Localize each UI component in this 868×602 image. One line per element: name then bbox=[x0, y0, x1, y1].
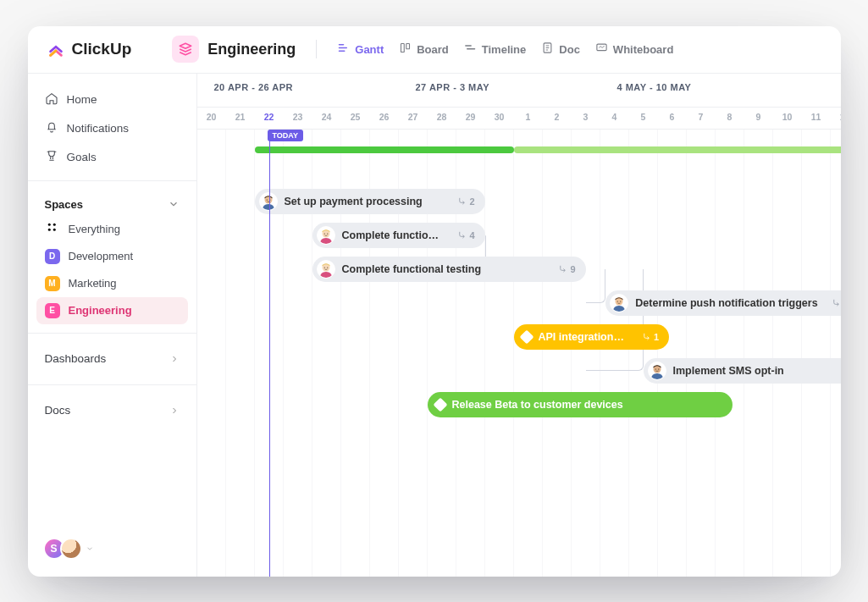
week-label: 20 APR - 26 APR bbox=[214, 82, 294, 92]
day-label: 24 bbox=[312, 112, 341, 122]
gantt-icon bbox=[337, 41, 350, 57]
space-marketing[interactable]: MMarketing bbox=[36, 270, 188, 297]
chevron-down-icon bbox=[168, 198, 180, 210]
day-label: 6 bbox=[658, 112, 687, 122]
nav-notifications[interactable]: Notifications bbox=[36, 114, 188, 143]
svg-point-27 bbox=[658, 368, 659, 369]
space-letter-icon: D bbox=[45, 249, 60, 264]
task-label: Complete functional testing bbox=[342, 263, 482, 275]
day-label: 12 bbox=[831, 112, 841, 122]
task-label: Determine push notification triggers bbox=[635, 297, 817, 309]
sidebar-docs[interactable]: Docs bbox=[36, 394, 188, 428]
brand-name: ClickUp bbox=[72, 40, 132, 58]
gantt-task[interactable]: Implement SMS opt-in bbox=[644, 358, 841, 384]
bell-icon bbox=[45, 120, 58, 136]
doc-icon bbox=[541, 41, 554, 57]
whiteboard-icon bbox=[595, 41, 608, 57]
today-flag: TODAY bbox=[268, 130, 304, 141]
day-label: 11 bbox=[802, 112, 831, 122]
day-label: 5 bbox=[629, 112, 658, 122]
day-label: 27 bbox=[399, 112, 428, 122]
workspace-icon bbox=[172, 36, 199, 63]
day-label: 9 bbox=[744, 112, 773, 122]
gantt-task[interactable]: Release Beta to customer devices bbox=[428, 392, 733, 417]
timeline-icon bbox=[464, 41, 477, 57]
subtask-count: 2 bbox=[457, 196, 474, 207]
task-label: Implement SMS opt-in bbox=[673, 365, 784, 377]
svg-point-7 bbox=[53, 229, 55, 231]
view-tab-whiteboard[interactable]: Whiteboard bbox=[595, 41, 674, 57]
day-label: 10 bbox=[773, 112, 802, 122]
task-label: API integration… bbox=[539, 331, 624, 343]
day-label: 25 bbox=[341, 112, 370, 122]
subtask-count: 9 bbox=[558, 264, 575, 274]
task-label: Complete functio… bbox=[342, 229, 440, 241]
subtask-count: 1 bbox=[642, 332, 659, 342]
task-label: Set up payment processing bbox=[285, 196, 423, 207]
svg-point-4 bbox=[47, 224, 50, 226]
subtask-count: 1 bbox=[832, 298, 840, 308]
space-everything[interactable]: Everything bbox=[36, 216, 188, 243]
chevron-right-icon bbox=[169, 406, 180, 416]
spaces-header[interactable]: Spaces bbox=[36, 190, 188, 216]
gantt-task[interactable]: Complete functio…4 bbox=[312, 223, 485, 248]
day-label: 22 bbox=[255, 112, 284, 122]
avatar bbox=[60, 538, 82, 560]
day-label: 26 bbox=[370, 112, 399, 122]
day-label: 29 bbox=[456, 112, 485, 122]
svg-point-18 bbox=[323, 267, 324, 268]
week-label: 4 MAY - 10 MAY bbox=[617, 82, 692, 92]
brand-logo[interactable]: ClickUp bbox=[47, 40, 132, 58]
view-tab-gantt[interactable]: Gantt bbox=[337, 41, 384, 57]
space-letter-icon: M bbox=[45, 276, 60, 291]
day-label: 23 bbox=[284, 112, 312, 122]
svg-point-5 bbox=[53, 224, 55, 226]
svg-point-10 bbox=[266, 199, 267, 200]
nav-goals[interactable]: Goals bbox=[36, 143, 188, 172]
svg-rect-1 bbox=[406, 44, 410, 49]
progress-segment bbox=[255, 146, 514, 153]
day-label: 28 bbox=[428, 112, 456, 122]
svg-point-6 bbox=[47, 229, 50, 231]
grid-icon bbox=[45, 220, 60, 238]
day-label: 20 bbox=[197, 112, 226, 122]
gantt-task[interactable]: Set up payment processing2 bbox=[255, 189, 485, 214]
day-label: 7 bbox=[687, 112, 716, 122]
home-icon bbox=[45, 91, 58, 108]
day-label: 8 bbox=[716, 112, 744, 122]
day-label: 1 bbox=[514, 112, 543, 122]
svg-point-14 bbox=[323, 233, 324, 234]
gantt-task[interactable]: API integration…1 bbox=[514, 324, 670, 350]
svg-point-26 bbox=[655, 368, 655, 369]
svg-point-22 bbox=[617, 301, 618, 301]
view-tab-doc[interactable]: Doc bbox=[541, 41, 580, 57]
board-icon bbox=[399, 41, 412, 57]
gantt-task[interactable]: Complete functional testing9 bbox=[312, 257, 586, 282]
svg-point-23 bbox=[620, 301, 621, 301]
subtask-count: 4 bbox=[457, 230, 474, 240]
svg-point-15 bbox=[327, 233, 328, 234]
gantt-task[interactable]: Determine push notification triggers1 bbox=[605, 290, 840, 316]
day-label: 3 bbox=[572, 112, 600, 122]
space-engineering[interactable]: EEngineering bbox=[36, 297, 188, 324]
space-letter-icon: E bbox=[45, 303, 60, 318]
week-label: 27 APR - 3 MAY bbox=[416, 82, 490, 92]
milestone-icon bbox=[433, 397, 447, 411]
svg-rect-0 bbox=[401, 44, 405, 52]
sidebar-dashboards[interactable]: Dashboards bbox=[36, 342, 188, 376]
day-label: 2 bbox=[543, 112, 572, 122]
chevron-right-icon bbox=[169, 354, 180, 364]
progress-segment bbox=[514, 146, 841, 153]
presence-avatars[interactable]: S bbox=[36, 533, 188, 565]
view-tab-timeline[interactable]: Timeline bbox=[464, 41, 527, 57]
day-label: 4 bbox=[600, 112, 629, 122]
chevron-down-icon bbox=[86, 544, 94, 553]
trophy-icon bbox=[45, 149, 58, 165]
space-development[interactable]: DDevelopment bbox=[36, 243, 188, 270]
nav-home[interactable]: Home bbox=[36, 86, 188, 114]
task-label: Release Beta to customer devices bbox=[452, 399, 623, 411]
day-label: 30 bbox=[485, 112, 514, 122]
milestone-icon bbox=[519, 329, 534, 344]
view-tab-board[interactable]: Board bbox=[399, 41, 449, 57]
clickup-logo-icon bbox=[47, 40, 65, 58]
